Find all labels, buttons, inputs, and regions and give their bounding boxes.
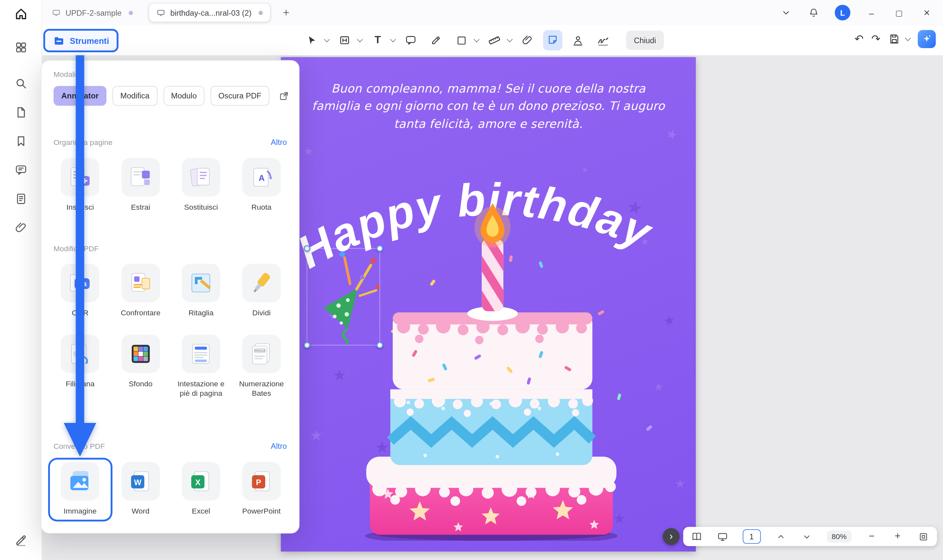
tools-folder-icon bbox=[53, 35, 65, 47]
highlighter-tool[interactable] bbox=[426, 30, 446, 50]
search-icon[interactable] bbox=[9, 72, 32, 95]
select-tool[interactable] bbox=[302, 30, 321, 50]
bookmark-icon[interactable] bbox=[9, 130, 32, 153]
strumenti-button[interactable]: Strumenti bbox=[43, 29, 119, 52]
expand-pagebar-button[interactable]: › bbox=[663, 528, 679, 545]
tab-birthday-card[interactable]: birthday-ca...nral-03 (2) bbox=[149, 3, 271, 22]
tool-ruota[interactable]: A Ruota bbox=[231, 156, 292, 216]
inserisci-icon bbox=[61, 158, 100, 197]
chevron-down-icon[interactable] bbox=[390, 36, 396, 42]
zoom-level[interactable]: 80% bbox=[827, 531, 851, 543]
user-avatar[interactable]: L bbox=[835, 5, 850, 21]
organizza-altro-link[interactable]: Altro bbox=[271, 138, 287, 147]
tool-numerazione-bates[interactable]: 000123 Numerazione Bates bbox=[231, 332, 292, 402]
ruota-icon: A bbox=[242, 158, 281, 197]
attachment-icon[interactable] bbox=[9, 216, 32, 239]
previous-page-icon[interactable] bbox=[775, 532, 787, 541]
document-summary-icon[interactable] bbox=[9, 188, 32, 210]
maximize-button[interactable]: ▢ bbox=[892, 6, 906, 19]
estrai-icon bbox=[122, 158, 160, 197]
zoom-in-button[interactable]: + bbox=[892, 531, 904, 543]
selection-handle-bottom-left[interactable] bbox=[304, 342, 310, 348]
confetti bbox=[646, 425, 653, 431]
measure-tool[interactable] bbox=[485, 30, 504, 50]
attach-tool[interactable] bbox=[518, 30, 537, 50]
tool-ritaglia[interactable]: Ritaglia bbox=[171, 262, 232, 322]
tool-excel[interactable]: X Excel bbox=[171, 460, 232, 520]
close-button[interactable]: × bbox=[920, 6, 933, 19]
sticker-tool[interactable] bbox=[543, 30, 563, 50]
selection-handle-top-left[interactable] bbox=[304, 245, 310, 252]
zoom-out-button[interactable]: − bbox=[866, 531, 878, 543]
chevron-down-icon[interactable] bbox=[357, 36, 363, 42]
tool-ocr[interactable]: Aa OCR bbox=[50, 262, 110, 322]
section-header-organizza: Organizza pagine Altro bbox=[53, 138, 287, 147]
intestazione-icon bbox=[182, 335, 221, 373]
stamp-tool[interactable] bbox=[568, 30, 588, 50]
mode-modifica[interactable]: Modifica bbox=[113, 86, 157, 106]
next-page-icon[interactable] bbox=[801, 532, 813, 541]
mode-annotator[interactable]: Annotator bbox=[53, 86, 106, 106]
reading-view-icon[interactable] bbox=[691, 531, 703, 542]
tool-powerpoint[interactable]: P PowerPoint bbox=[231, 460, 292, 520]
tool-filigrana[interactable]: Filigrana bbox=[50, 332, 110, 402]
tool-label: Filigrana bbox=[66, 379, 95, 389]
tool-label: Ruota bbox=[252, 203, 272, 212]
tool-sfondo[interactable]: Sfondo bbox=[110, 332, 171, 402]
tool-estrai[interactable]: Estrai bbox=[110, 156, 171, 216]
tool-label: Immagine bbox=[63, 506, 97, 516]
tool-word[interactable]: W Word bbox=[110, 460, 171, 520]
comments-icon[interactable] bbox=[9, 158, 32, 182]
tool-dividi[interactable]: Dividi bbox=[231, 262, 292, 322]
tool-label: Inserisci bbox=[66, 203, 94, 212]
tool-intestazione[interactable]: Intestazione e piè di pagina bbox=[171, 332, 232, 402]
new-tab-button[interactable]: + bbox=[279, 6, 293, 19]
tool-immagine[interactable]: Immagine bbox=[50, 460, 110, 520]
ai-assistant-button[interactable] bbox=[918, 30, 936, 48]
minimize-button[interactable]: – bbox=[865, 6, 878, 19]
title-bar: UPDF-2-sample birthday-ca...nral-03 (2) … bbox=[42, 0, 943, 25]
undo-icon[interactable]: ↶ bbox=[855, 34, 864, 45]
section-header-modifica-pdf: Modifica PDF bbox=[53, 245, 287, 253]
chevron-down-icon[interactable] bbox=[474, 36, 480, 42]
pdf-page[interactable]: ★ ★ ★ ★ ★ ★ ★ ★ ★ ★ ★ ★ ★ ★ ★ ★ bbox=[281, 57, 696, 551]
tool-label: Excel bbox=[192, 506, 210, 516]
save-icon[interactable] bbox=[888, 33, 900, 45]
chevron-down-icon[interactable] bbox=[324, 36, 330, 42]
unsaved-dot bbox=[259, 11, 263, 15]
selected-popper-element[interactable] bbox=[307, 248, 380, 346]
sostituisci-icon bbox=[182, 158, 221, 197]
pages-icon[interactable] bbox=[9, 101, 32, 124]
chiudi-button[interactable]: Chiudi bbox=[626, 31, 664, 50]
fit-page-icon[interactable] bbox=[918, 532, 930, 542]
chevron-down-icon[interactable] bbox=[905, 35, 911, 41]
toolbar-center: T Chiudi bbox=[302, 30, 664, 50]
chevron-down-icon[interactable] bbox=[507, 36, 513, 42]
tool-inserisci[interactable]: Inserisci bbox=[50, 156, 110, 216]
selection-handle-bottom-right[interactable] bbox=[377, 342, 383, 348]
text-tool[interactable]: T bbox=[368, 30, 387, 50]
frame-tool[interactable] bbox=[335, 30, 354, 50]
mode-modulo[interactable]: Modulo bbox=[164, 86, 205, 106]
tab-updf-sample[interactable]: UPDF-2-sample bbox=[45, 3, 140, 22]
page-number-input[interactable] bbox=[742, 529, 761, 544]
tool-sostituisci[interactable]: Sostituisci bbox=[171, 156, 232, 216]
apps-grid-icon[interactable] bbox=[9, 36, 32, 59]
shapes-tool[interactable] bbox=[452, 30, 471, 50]
home-icon[interactable] bbox=[9, 2, 32, 25]
mode-oscura-pdf[interactable]: Oscura PDF bbox=[210, 86, 269, 106]
collapse-toolbar-icon[interactable] bbox=[779, 6, 792, 19]
selection-handle-top-right[interactable] bbox=[377, 245, 383, 252]
signature-tool[interactable] bbox=[594, 30, 613, 50]
presentation-view-icon[interactable] bbox=[716, 531, 728, 542]
svg-text:X: X bbox=[196, 478, 201, 487]
comment-tool[interactable] bbox=[401, 30, 420, 50]
tool-label: Confrontare bbox=[121, 308, 161, 318]
open-in-new-icon[interactable] bbox=[275, 87, 292, 104]
notifications-bell-icon[interactable] bbox=[807, 6, 820, 19]
tool-confrontare[interactable]: Confrontare bbox=[110, 262, 171, 322]
redo-icon[interactable]: ↷ bbox=[871, 34, 880, 45]
tab-document-icon bbox=[156, 8, 166, 17]
signature-pen-icon[interactable] bbox=[9, 529, 32, 551]
convertito-altro-link[interactable]: Altro bbox=[271, 442, 287, 451]
